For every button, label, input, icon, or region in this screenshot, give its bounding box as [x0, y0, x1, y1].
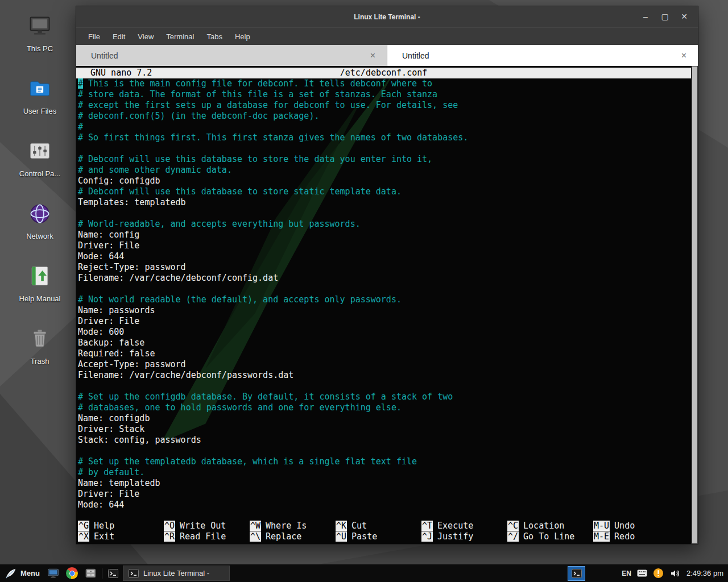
desktop-icon-trash[interactable]: Trash [9, 321, 71, 383]
shortcut-label: Write Out [180, 521, 226, 531]
terminal-icon [107, 568, 119, 579]
desktop-icon-control-panel[interactable]: Control Pa... [9, 133, 71, 196]
window-list-label: Linux Lite Terminal - [143, 569, 209, 577]
shortcut-key: ^/ [507, 531, 519, 542]
editor-line: Name: configdb [78, 413, 691, 424]
tab-1[interactable]: Untitled× [76, 45, 387, 66]
terminal-content-area[interactable]: GNU nano 7.2 /etc/debconf.conf # This is… [76, 66, 698, 544]
nano-shortcut: ^GHelp [78, 521, 164, 531]
editor-line: # Set up the templatedb database, which … [78, 456, 691, 467]
keyboard-icon[interactable] [637, 569, 647, 577]
nano-shortcut: ^XExit [78, 531, 164, 542]
tab-2[interactable]: Untitled× [387, 45, 698, 66]
editor-line: Mode: 600 [78, 327, 691, 338]
editor-content[interactable]: # This is the main config file for debco… [76, 78, 691, 510]
shortcut-label: Replace [266, 531, 301, 542]
desktop-icon-user-files[interactable]: User Files [9, 70, 71, 133]
nano-shortcut: ^\Replace [250, 531, 336, 542]
nano-filename: /etc/debconf.conf [76, 68, 691, 78]
editor-line: Mode: 644 [78, 500, 691, 510]
desktop-icon-label: Network [26, 232, 53, 240]
scrollbar-thumb[interactable] [692, 66, 697, 543]
desktop-icon-label: User Files [23, 107, 57, 115]
close-button[interactable]: ✕ [680, 6, 689, 27]
menu-tabs[interactable]: Tabs [200, 30, 228, 43]
editor-line: Driver: File [78, 489, 691, 500]
shortcut-label: Execute [437, 521, 473, 531]
editor-line: Driver: File [78, 240, 691, 251]
taskbar-launchers [47, 567, 98, 580]
shortcut-label: Help [94, 521, 114, 531]
trash-icon [26, 325, 53, 352]
menu-view[interactable]: View [131, 30, 160, 43]
shortcut-key: ^R [164, 531, 175, 542]
shortcut-label: Read File [180, 531, 226, 542]
desktop-icon-network[interactable]: Network [9, 196, 71, 258]
shortcut-key: ^W [250, 521, 261, 531]
terminal-launcher[interactable] [106, 567, 120, 580]
editor-line: Filename: /var/cache/debconf/config.dat [78, 273, 691, 284]
nano-shortcut: ^OWrite Out [164, 521, 250, 531]
display-launcher[interactable] [47, 567, 60, 580]
editor-line: Name: passwords [78, 305, 691, 316]
editor-line: Name: config [78, 230, 691, 240]
editor-line: Stack: config, passwords [78, 435, 691, 446]
taskbar-divider [102, 568, 102, 579]
shortcut-label: Cut [351, 521, 367, 531]
menu-edit[interactable]: Edit [106, 30, 131, 43]
scrollbar[interactable] [691, 66, 698, 544]
start-menu-button[interactable]: Menu [0, 564, 46, 582]
computer-icon [26, 13, 53, 40]
shortcut-label: Redo [614, 531, 635, 542]
tab-close-icon[interactable]: × [369, 51, 377, 61]
window-titlebar[interactable]: Linux Lite Terminal - – ▢ ✕ [76, 6, 698, 27]
editor-line: # debconf.conf(5) (in the debconf-doc pa… [78, 111, 691, 122]
updates-icon[interactable] [653, 568, 664, 579]
nano-shortcut: ^KCut [336, 521, 421, 531]
start-menu-label: Menu [20, 569, 40, 577]
chrome-launcher[interactable] [65, 567, 79, 580]
terminal-window: Linux Lite Terminal - – ▢ ✕ FileEditView… [76, 6, 698, 544]
text-cursor: # [78, 78, 83, 89]
window-list-button[interactable]: Linux Lite Terminal - [123, 566, 230, 581]
shortcut-key: ^T [421, 521, 433, 531]
tray-terminal-icon[interactable] [568, 566, 585, 581]
language-indicator[interactable]: EN [622, 569, 631, 577]
editor-line: # Set up the configdb database. By defau… [78, 392, 691, 402]
shortcut-label: Location [523, 521, 564, 531]
nano-shortcut: M-ERedo [593, 531, 679, 542]
shortcut-label: Paste [351, 531, 377, 542]
editor-line: Mode: 644 [78, 251, 691, 262]
file-manager-launcher[interactable] [84, 567, 98, 580]
maximize-button[interactable]: ▢ [660, 6, 669, 27]
shortcut-label: Justify [437, 531, 473, 542]
shortcut-key: M-E [593, 531, 610, 542]
editor-line: # by default. [78, 467, 691, 478]
nano-shortcut: ^CLocation [507, 521, 593, 531]
editor-line: Required: false [78, 348, 691, 359]
terminal-icon [128, 568, 139, 579]
editor-line: Reject-Type: password [78, 262, 691, 273]
editor-line [78, 381, 691, 392]
editor-line: Backup: false [78, 338, 691, 348]
tab-label: Untitled [91, 51, 118, 60]
minimize-button[interactable]: – [641, 6, 650, 27]
tab-close-icon[interactable]: × [680, 51, 688, 61]
clock[interactable]: 2:49:36 pm [686, 569, 723, 577]
menu-file[interactable]: File [82, 30, 106, 43]
editor-line: # Debconf will use this database to stor… [78, 154, 691, 165]
file-manager-icon [85, 567, 97, 579]
desktop-icon-help-manual[interactable]: Help Manual [9, 258, 71, 321]
tab-label: Untitled [402, 51, 429, 60]
editor-line: # Not world readable (the default), and … [78, 294, 691, 305]
editor-line: Accept-Type: password [78, 359, 691, 370]
shortcut-label: Exit [94, 531, 114, 542]
editor-line: # databases, one to hold passwords and o… [78, 402, 691, 413]
menu-terminal[interactable]: Terminal [160, 30, 200, 43]
desktop-icon-label: Control Pa... [19, 169, 60, 178]
desktop-icon-this-pc[interactable]: This PC [9, 8, 71, 70]
menu-help[interactable]: Help [229, 30, 257, 43]
nano-shortcut: ^UPaste [336, 531, 421, 542]
chrome-icon [66, 567, 78, 579]
volume-icon[interactable] [669, 568, 681, 579]
